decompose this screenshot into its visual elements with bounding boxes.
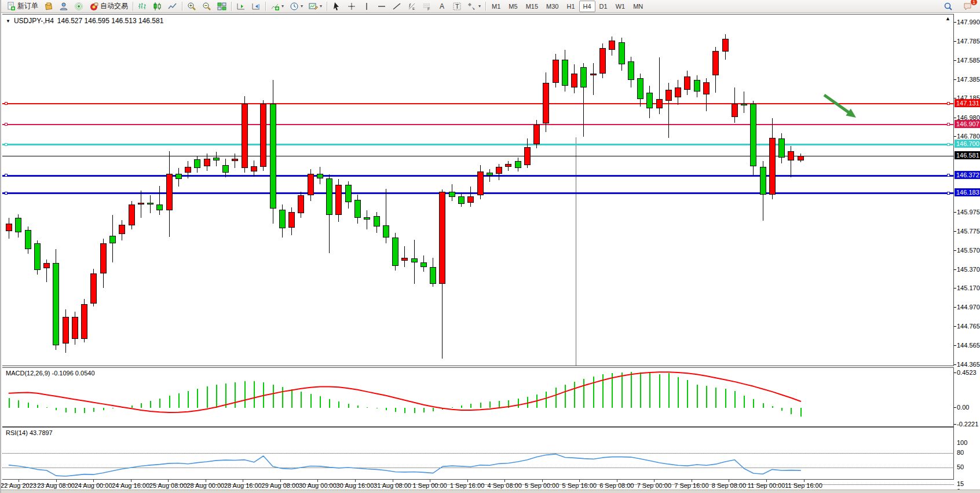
date-label: 6 Sep 08:00 xyxy=(599,482,634,489)
dropdown-arrow-icon[interactable]: ▾ xyxy=(478,3,481,9)
horizontal-line-button[interactable] xyxy=(374,1,389,12)
line-chart-button[interactable] xyxy=(165,1,180,12)
new-order-button[interactable]: 新订单 xyxy=(3,1,41,12)
macd-histogram-bar xyxy=(715,388,716,408)
candle xyxy=(477,171,484,195)
macd-histogram-bar xyxy=(216,385,217,408)
axis-tick xyxy=(954,373,956,373)
candle xyxy=(732,104,738,117)
crosshair-button[interactable] xyxy=(344,1,359,12)
candle xyxy=(524,147,531,165)
trendline-button[interactable] xyxy=(389,1,404,12)
chart-shift-button[interactable] xyxy=(248,1,264,12)
candle-chart-button[interactable] xyxy=(150,1,165,12)
macd-histogram-bar xyxy=(395,408,396,412)
profile-button[interactable] xyxy=(56,1,71,12)
axis-tick xyxy=(954,364,956,365)
macd-histogram-bar xyxy=(499,401,500,408)
macd-histogram-bar xyxy=(621,373,623,408)
date-label: 30 Aug 00:00 xyxy=(299,482,337,489)
macd-histogram-bar xyxy=(404,408,405,413)
date-label: 11 Sep 00:00 xyxy=(748,482,785,489)
price-line-147.131[interactable] xyxy=(2,103,954,104)
line-handle[interactable] xyxy=(5,102,8,105)
indicators-button[interactable]: ▾ xyxy=(268,1,287,12)
timeframe-d1-button[interactable]: D1 xyxy=(595,1,612,12)
price-line-label: 146.907 xyxy=(955,120,980,128)
macd-histogram-bar xyxy=(480,403,481,408)
shapes-button[interactable]: ▾ xyxy=(465,1,484,12)
candle xyxy=(637,78,643,99)
timeframe-m1-button[interactable]: M1 xyxy=(488,1,504,12)
timeframe-w1-button[interactable]: W1 xyxy=(612,1,630,12)
fibo-icon: fE xyxy=(407,2,416,11)
text-button[interactable]: A xyxy=(434,1,449,12)
chart-region[interactable]: ▼ USDJPY-,H4 146.527 146.595 146.513 146… xyxy=(1,13,980,493)
timeframe-h4-button[interactable]: H4 xyxy=(579,1,595,12)
toolbar-separator xyxy=(182,2,182,11)
timeframe-m5-button[interactable]: M5 xyxy=(504,1,521,12)
axis-tick xyxy=(954,22,956,23)
auto-scroll-button[interactable] xyxy=(233,1,248,12)
price-tick-label: 144.970 xyxy=(957,304,980,311)
bottom-scroll-strip xyxy=(1,490,980,493)
candle xyxy=(317,174,323,178)
gold-box-button[interactable] xyxy=(41,1,56,12)
signal-button[interactable] xyxy=(71,1,86,12)
rsi-panel[interactable]: RSI(14) 43.7897 xyxy=(2,427,954,480)
search-button[interactable] xyxy=(941,1,956,12)
candle xyxy=(374,216,380,227)
axis-tick xyxy=(579,480,580,482)
fibonacci-button[interactable]: fE xyxy=(404,1,419,12)
line-handle[interactable] xyxy=(5,143,8,146)
auto-trading-button[interactable]: 自动交易 xyxy=(86,1,131,12)
fibo-grid-button[interactable]: F xyxy=(419,1,434,12)
periods-button[interactable]: ▾ xyxy=(287,1,306,12)
macd-histogram-bar xyxy=(763,403,764,408)
price-line-146.907[interactable] xyxy=(2,124,954,125)
axis-tick xyxy=(954,407,956,408)
price-line-146.700[interactable] xyxy=(2,144,954,145)
macd-panel[interactable]: MACD(12,26,9) -0.1096 0.0540 xyxy=(2,367,954,427)
new-order-label: 新订单 xyxy=(17,1,38,11)
line-handle[interactable] xyxy=(947,174,950,177)
line-handle[interactable] xyxy=(947,143,950,146)
tile-windows-button[interactable] xyxy=(214,1,229,12)
line-handle[interactable] xyxy=(5,174,8,177)
chart-end-marker-icon: ▲ xyxy=(945,16,950,21)
cursor-button[interactable] xyxy=(329,1,344,12)
templates-button[interactable]: ▾ xyxy=(306,1,325,12)
dropdown-arrow-icon[interactable]: ▾ xyxy=(320,3,322,9)
line-handle[interactable] xyxy=(5,123,8,126)
toolbar-separator xyxy=(231,2,232,11)
vertical-period-line[interactable] xyxy=(576,137,576,366)
candle xyxy=(72,317,78,338)
price-axis[interactable]: 147.131146.907146.700146.581146.372146.1… xyxy=(954,13,980,493)
notifications-button[interactable]: 1 xyxy=(960,1,975,12)
vertical-line-button[interactable] xyxy=(359,1,374,12)
zoom-in-button[interactable] xyxy=(184,1,199,12)
text-label-button[interactable]: T xyxy=(449,1,465,12)
timeframe-m30-button[interactable]: M30 xyxy=(542,1,562,12)
timeframe-h1-button[interactable]: H1 xyxy=(562,1,579,12)
timeframe-mn-button[interactable]: MN xyxy=(629,1,647,12)
price-tick-label: 147.385 xyxy=(957,76,980,83)
zoom-out-icon xyxy=(202,2,211,11)
line-handle[interactable] xyxy=(947,192,950,195)
price-line-146.581[interactable] xyxy=(2,156,954,156)
line-handle[interactable] xyxy=(947,102,950,105)
candle xyxy=(684,76,690,90)
collapse-icon[interactable]: ▼ xyxy=(6,19,10,24)
candle xyxy=(119,225,125,234)
timeframe-m15-button[interactable]: M15 xyxy=(522,1,542,12)
dropdown-arrow-icon[interactable]: ▾ xyxy=(301,3,303,9)
macd-histogram-bar xyxy=(197,389,198,408)
axis-tick xyxy=(93,480,94,482)
main-chart-panel[interactable]: ▼ USDJPY-,H4 146.527 146.595 146.513 146… xyxy=(2,14,954,366)
line-handle[interactable] xyxy=(947,123,950,126)
bar-chart-button[interactable] xyxy=(135,1,150,12)
dropdown-arrow-icon[interactable]: ▾ xyxy=(281,3,284,9)
line-handle[interactable] xyxy=(5,192,8,195)
zoom-out-button[interactable] xyxy=(199,1,214,12)
rsi-level-line xyxy=(2,453,954,454)
